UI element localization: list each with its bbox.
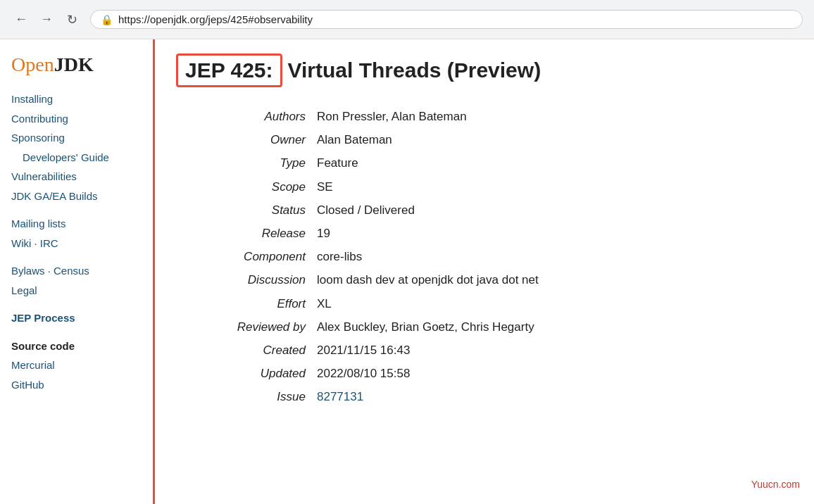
owner-label: Owner xyxy=(204,130,317,149)
sidebar-item-developers-guide[interactable]: Developers' Guide xyxy=(11,149,142,167)
updated-label: Updated xyxy=(204,364,317,383)
logo-open: Open xyxy=(11,53,54,75)
refresh-button[interactable]: ↻ xyxy=(62,10,82,30)
sidebar-item-installing[interactable]: Installing xyxy=(11,90,142,108)
effort-label: Effort xyxy=(204,294,317,313)
sidebar-item-jdk-builds[interactable]: JDK GA/EA Builds xyxy=(11,187,142,206)
issue-label: Issue xyxy=(204,387,317,406)
component-label: Component xyxy=(204,247,317,266)
effort-value: XL xyxy=(317,294,697,313)
reviewed-value: Alex Buckley, Brian Goetz, Chris Hegarty xyxy=(317,317,697,336)
discussion-value: loom dash dev at openjdk dot java dot ne… xyxy=(317,270,697,289)
sidebar: OpenJDK Installing Contributing Sponsori… xyxy=(0,39,155,504)
scope-label: Scope xyxy=(204,177,317,196)
meta-table: Authors Ron Pressler, Alan Bateman Owner… xyxy=(204,107,697,406)
back-button[interactable]: ← xyxy=(11,10,31,30)
sidebar-item-legal[interactable]: Legal xyxy=(11,282,142,300)
logo-jdk: JDK xyxy=(54,53,94,75)
release-value: 19 xyxy=(317,224,697,243)
status-label: Status xyxy=(204,201,317,220)
sidebar-item-mercurial[interactable]: Mercurial xyxy=(11,356,142,374)
jep-number-box: JEP 425: xyxy=(176,53,282,87)
sidebar-item-wiki-irc[interactable]: Wiki · IRC xyxy=(11,234,142,253)
type-label: Type xyxy=(204,153,317,172)
type-value: Feature xyxy=(317,153,697,172)
component-value: core-libs xyxy=(317,247,697,266)
issue-value[interactable]: 8277131 xyxy=(317,387,697,406)
sidebar-source-code-label: Source code xyxy=(11,337,142,355)
watermark: Yuucn.com xyxy=(751,479,800,490)
status-value: Closed / Delivered xyxy=(317,201,697,220)
browser-chrome: ← → ↻ 🔒 https://openjdk.org/jeps/425#obs… xyxy=(0,0,814,39)
release-label: Release xyxy=(204,224,317,243)
sidebar-nav: Installing Contributing Sponsoring Devel… xyxy=(11,90,142,393)
url-text: https://openjdk.org/jeps/425#observabili… xyxy=(118,13,313,25)
authors-value: Ron Pressler, Alan Bateman xyxy=(317,107,697,126)
lock-icon: 🔒 xyxy=(101,14,113,25)
created-value: 2021/11/15 16:43 xyxy=(317,341,697,360)
sidebar-item-sponsoring[interactable]: Sponsoring xyxy=(11,129,142,147)
jep-title-text: Virtual Threads (Preview) xyxy=(288,58,541,82)
updated-value: 2022/08/10 15:58 xyxy=(317,364,697,383)
sidebar-item-contributing[interactable]: Contributing xyxy=(11,110,142,128)
logo: OpenJDK xyxy=(11,53,142,76)
page-container: OpenJDK Installing Contributing Sponsori… xyxy=(0,39,814,504)
scope-value: SE xyxy=(317,177,697,196)
forward-button[interactable]: → xyxy=(37,10,56,30)
nav-buttons: ← → ↻ xyxy=(11,10,82,30)
discussion-label: Discussion xyxy=(204,270,317,289)
sidebar-item-mailing-lists[interactable]: Mailing lists xyxy=(11,215,142,233)
sidebar-item-vulnerabilities[interactable]: Vulnerabilities xyxy=(11,168,142,186)
owner-value: Alan Bateman xyxy=(317,130,697,149)
sidebar-item-github[interactable]: GitHub xyxy=(11,376,142,394)
sidebar-item-bylaws-census[interactable]: Bylaws · Census xyxy=(11,262,142,280)
authors-label: Authors xyxy=(204,107,317,126)
created-label: Created xyxy=(204,341,317,360)
address-bar[interactable]: 🔒 https://openjdk.org/jeps/425#observabi… xyxy=(90,10,803,29)
main-content: JEP 425: Virtual Threads (Preview) Autho… xyxy=(155,39,814,504)
page-title-area: JEP 425: Virtual Threads (Preview) xyxy=(176,53,793,87)
reviewed-label: Reviewed by xyxy=(204,317,317,336)
sidebar-item-jep-process[interactable]: JEP Process xyxy=(11,309,142,327)
